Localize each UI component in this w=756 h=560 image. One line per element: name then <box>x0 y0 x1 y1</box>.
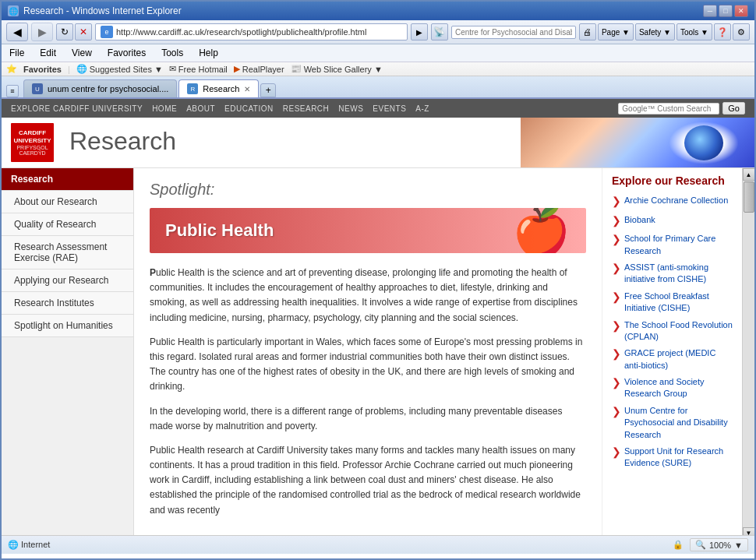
minimize-button[interactable]: ─ <box>703 5 717 17</box>
favorites-label[interactable]: Favorites <box>23 65 62 74</box>
para-2: Public Health is particularly important … <box>150 335 586 395</box>
explore-link-5[interactable]: ❯ The School Food Revolution (CPLAN) <box>612 319 733 343</box>
page-wrapper: EXPLORE CARDIFF UNIVERSITY HOME ABOUT ED… <box>2 99 754 535</box>
suggested-sites-link[interactable]: 🌐 Suggested Sites ▼ <box>76 64 163 74</box>
tab-close-button[interactable]: ✕ <box>244 85 250 93</box>
tab-0[interactable]: U unum centre for psychosocial.... <box>23 79 177 97</box>
scroll-thumb[interactable] <box>744 181 754 213</box>
research-link[interactable]: RESEARCH <box>283 104 330 113</box>
tab-0-label: unum centre for psychosocial.... <box>48 84 168 93</box>
realplayer-link[interactable]: ▶ RealPlayer <box>234 64 284 74</box>
status-right: 🔒 🔍 100% ▼ <box>673 538 748 551</box>
scroll-down-button[interactable]: ▼ <box>743 527 755 535</box>
zoom-value: 100% <box>709 541 731 550</box>
back-button[interactable]: ◀ <box>6 23 28 41</box>
events-link[interactable]: EVENTS <box>373 104 406 113</box>
favorites-icon: ⭐ <box>6 64 17 74</box>
settings-button[interactable]: ⚙ <box>733 23 750 41</box>
az-link[interactable]: A-Z <box>415 104 429 113</box>
search-input[interactable] <box>455 28 572 37</box>
scroll-track[interactable] <box>743 181 754 527</box>
rss-button[interactable]: 📡 <box>431 23 448 41</box>
hotmail-icon: ✉ <box>169 64 176 74</box>
public-health-banner: Public Health 🍎 <box>150 208 586 253</box>
realplayer-icon: ▶ <box>234 64 240 74</box>
main-layout: Research About our Research Quality of R… <box>2 168 754 535</box>
eye-pupil <box>684 125 723 160</box>
favorites-menu[interactable]: Favorites <box>104 46 149 60</box>
explore-link-7[interactable]: ❯ Violence and Society Research Group <box>612 376 733 400</box>
bullet-icon-5: ❯ <box>612 319 621 334</box>
para-3: In the developing world, there is a diff… <box>150 404 586 434</box>
webslice-icon: 📰 <box>291 64 302 74</box>
header-image <box>521 118 754 167</box>
page-content: EXPLORE CARDIFF UNIVERSITY HOME ABOUT ED… <box>2 99 754 535</box>
go-search-button[interactable]: Go <box>722 102 745 114</box>
safety-button[interactable]: Safety ▼ <box>635 23 675 41</box>
explore-link-1[interactable]: ❯ Biobank <box>612 214 733 229</box>
logo-welsh: PRIFYSGOL CAERDŶD <box>16 145 48 156</box>
explore-link-9[interactable]: ❯ Support Unit for Research Evidence (SU… <box>612 446 733 470</box>
new-tab-button[interactable]: + <box>260 83 276 97</box>
explore-link-2[interactable]: ❯ School for Primary Care Research <box>612 233 733 257</box>
google-search-input[interactable] <box>622 104 715 113</box>
view-menu[interactable]: View <box>69 46 95 60</box>
tools-button[interactable]: Tools ▼ <box>677 23 712 41</box>
status-bar: 🌐 Internet 🔒 🔍 100% ▼ <box>2 535 754 554</box>
education-link[interactable]: EDUCATION <box>224 104 274 113</box>
explore-title: Explore our Research <box>612 174 733 187</box>
maximize-button[interactable]: □ <box>719 5 733 17</box>
refresh-button[interactable]: ↻ <box>56 23 73 41</box>
explore-link-3[interactable]: ❯ ASSIST (anti-smoking initiative from C… <box>612 262 733 286</box>
news-link[interactable]: NEWS <box>338 104 363 113</box>
zoom-control[interactable]: 🔍 100% ▼ <box>690 538 748 551</box>
print-button[interactable]: 🖨 <box>579 23 596 41</box>
status-icon: 🌐 <box>8 540 19 549</box>
browser-window: 🌐 Research - Windows Internet Explorer ─… <box>0 0 756 560</box>
explore-link-8[interactable]: ❯ Unum Centre for Psychosocial and Disab… <box>612 405 733 441</box>
sidebar-item-quality[interactable]: Quality of Research <box>2 213 133 236</box>
sidebar-item-applying[interactable]: Applying our Research <box>2 269 133 292</box>
university-logo[interactable]: CARDIFF UNIVERSITY PRIFYSGOL CAERDŶD <box>11 123 54 162</box>
about-link[interactable]: ABOUT <box>186 104 215 113</box>
sidebar-item-humanities[interactable]: Spotlight on Humanities <box>2 315 133 337</box>
hotmail-link[interactable]: ✉ Free Hotmail <box>169 64 228 74</box>
search-box <box>451 26 576 39</box>
menu-bar: File Edit View Favorites Tools Help <box>2 44 754 62</box>
edit-menu[interactable]: Edit <box>37 46 59 60</box>
home-link[interactable]: HOME <box>152 104 177 113</box>
explore-link-0[interactable]: ❯ Archie Cochrane Collection <box>612 195 733 210</box>
sidebar-item-research[interactable]: Research <box>2 168 133 191</box>
tab-1[interactable]: R Research ✕ <box>178 79 259 97</box>
tools-menu[interactable]: Tools <box>158 46 186 60</box>
close-button[interactable]: ✕ <box>734 5 748 17</box>
spotlight-heading: Spotlight: <box>150 181 586 199</box>
sidebar-item-about[interactable]: About our Research <box>2 191 133 213</box>
logo-area: CARDIFF UNIVERSITY PRIFYSGOL CAERDŶD <box>2 118 63 167</box>
window-controls: ─ □ ✕ <box>703 5 748 17</box>
bullet-icon-4: ❯ <box>612 290 621 305</box>
window-title: Research - Windows Internet Explorer <box>23 5 182 16</box>
go-button[interactable]: ▶ <box>411 23 428 41</box>
explore-link-6[interactable]: ❯ GRACE project (MEDIC anti-biotics) <box>612 347 733 372</box>
tabs-bar: ≡ U unum centre for psychosocial.... R R… <box>2 76 754 99</box>
network-icon: 🔒 <box>673 540 684 550</box>
page-button[interactable]: Page ▼ <box>598 23 634 41</box>
help-icon[interactable]: ❓ <box>714 23 731 41</box>
address-bar: e <box>95 23 408 41</box>
site-header: CARDIFF UNIVERSITY PRIFYSGOL CAERDŶD Res… <box>2 118 754 168</box>
sidebar-item-rae[interactable]: Research Assessment Exercise (RAE) <box>2 236 133 269</box>
url-input[interactable] <box>116 27 402 37</box>
explore-link[interactable]: EXPLORE CARDIFF UNIVERSITY <box>11 104 143 113</box>
webslice-link[interactable]: 📰 Web Slice Gallery ▼ <box>291 64 383 74</box>
help-menu[interactable]: Help <box>196 46 221 60</box>
stop-button[interactable]: ✕ <box>75 23 92 41</box>
tab-1-label: Research <box>203 84 239 93</box>
scroll-up-button[interactable]: ▲ <box>743 168 755 181</box>
explore-link-4[interactable]: ❯ Free School Breakfast Initiative (CISH… <box>612 291 733 315</box>
tab-list-button[interactable]: ≡ <box>6 85 19 97</box>
forward-button[interactable]: ▶ <box>31 23 53 41</box>
sidebar-item-institutes[interactable]: Research Institutes <box>2 292 133 315</box>
file-menu[interactable]: File <box>6 46 27 60</box>
bullet-icon-8: ❯ <box>612 404 621 420</box>
